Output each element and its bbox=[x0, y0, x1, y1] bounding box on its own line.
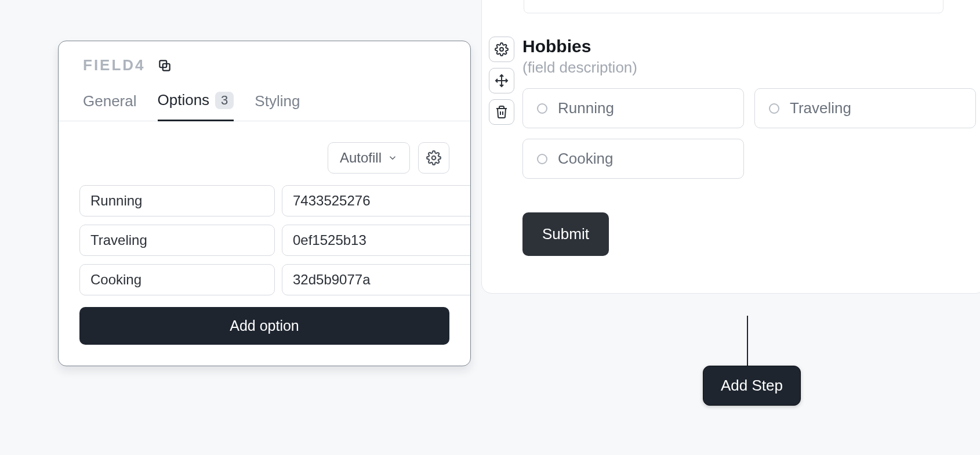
option-row bbox=[79, 264, 449, 295]
option-row bbox=[79, 225, 449, 256]
radio-icon bbox=[537, 154, 547, 164]
tab-options[interactable]: Options 3 bbox=[158, 91, 234, 121]
copy-icon bbox=[157, 58, 172, 73]
submit-button[interactable]: Submit bbox=[522, 212, 609, 256]
preview-option-label: Traveling bbox=[790, 99, 851, 117]
options-toolbar: Autofill bbox=[79, 142, 449, 174]
tab-options-label: Options bbox=[158, 91, 210, 109]
option-label-input[interactable] bbox=[79, 185, 275, 216]
autofill-label: Autofill bbox=[340, 150, 382, 166]
tab-options-count: 3 bbox=[215, 92, 234, 109]
preview-option-label: Cooking bbox=[558, 150, 613, 168]
preview-option-label: Running bbox=[558, 99, 614, 117]
field-side-actions bbox=[489, 37, 514, 125]
option-rows bbox=[79, 185, 449, 295]
chevron-down-icon bbox=[387, 153, 398, 163]
option-value-input[interactable] bbox=[282, 185, 471, 216]
preview-option[interactable]: Cooking bbox=[522, 139, 744, 179]
option-row bbox=[79, 185, 449, 216]
field-settings-button[interactable] bbox=[489, 37, 514, 62]
copy-field-id-button[interactable] bbox=[156, 57, 173, 74]
options-settings-button[interactable] bbox=[418, 142, 449, 174]
field-title: Hobbies bbox=[522, 37, 980, 56]
add-step-button[interactable]: Add Step bbox=[703, 366, 801, 406]
autofill-button[interactable]: Autofill bbox=[328, 142, 410, 174]
field-editor-panel: FIELD4 General Options 3 Styling Autofil… bbox=[58, 41, 471, 366]
form-preview-card: Hobbies (field description) Running Trav… bbox=[481, 0, 980, 294]
field-move-button[interactable] bbox=[489, 68, 514, 93]
gear-icon bbox=[426, 150, 441, 165]
option-value-input[interactable] bbox=[282, 264, 471, 295]
svg-point-2 bbox=[432, 156, 436, 160]
previous-field-placeholder bbox=[524, 0, 943, 13]
step-connector-line bbox=[747, 316, 748, 371]
preview-options-grid: Running Traveling Cooking bbox=[522, 88, 980, 179]
tab-styling-label: Styling bbox=[255, 92, 300, 110]
tab-general-label: General bbox=[83, 92, 137, 110]
panel-header: FIELD4 bbox=[59, 41, 470, 74]
option-value-input[interactable] bbox=[282, 225, 471, 256]
option-label-input[interactable] bbox=[79, 264, 275, 295]
tab-general[interactable]: General bbox=[83, 91, 137, 121]
svg-point-6 bbox=[500, 48, 503, 51]
preview-option[interactable]: Running bbox=[522, 88, 744, 128]
gear-icon bbox=[495, 42, 509, 56]
editor-tabs: General Options 3 Styling bbox=[59, 91, 470, 121]
tab-styling[interactable]: Styling bbox=[255, 91, 300, 121]
option-label-input[interactable] bbox=[79, 225, 275, 256]
radio-icon bbox=[769, 103, 779, 114]
radio-icon bbox=[537, 103, 547, 114]
field-name-row: FIELD4 bbox=[83, 56, 446, 74]
field-description: (field description) bbox=[522, 59, 980, 77]
trash-icon bbox=[495, 105, 509, 119]
field-block: Hobbies (field description) Running Trav… bbox=[482, 37, 980, 256]
move-icon bbox=[495, 74, 509, 88]
field-delete-button[interactable] bbox=[489, 99, 514, 125]
panel-body: Autofill bbox=[59, 121, 470, 366]
add-option-button[interactable]: Add option bbox=[79, 307, 449, 345]
preview-option[interactable]: Traveling bbox=[754, 88, 976, 128]
field-main: Hobbies (field description) Running Trav… bbox=[522, 37, 980, 256]
field-name-label: FIELD4 bbox=[83, 56, 146, 74]
